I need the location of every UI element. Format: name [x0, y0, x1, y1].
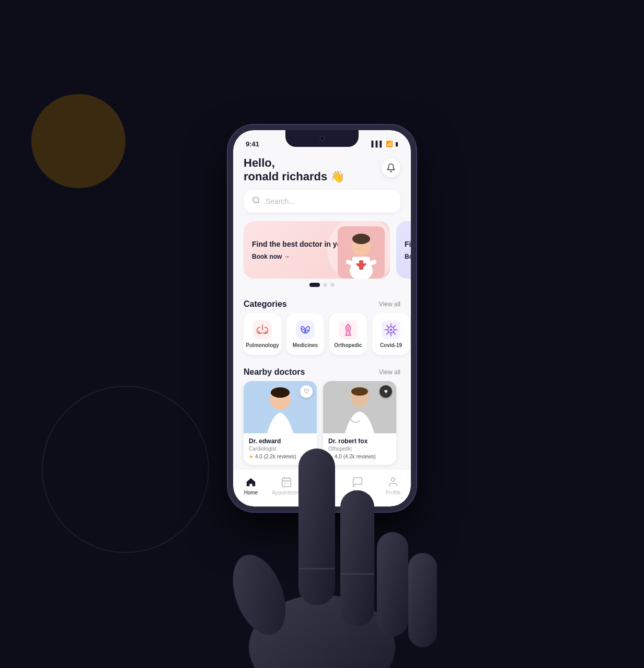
- bottom-nav: Home Appointment: [233, 469, 411, 506]
- doctors-scroll[interactable]: ♡ Dr. edward Cardiologist ★ 4.0 (2.2k re…: [233, 381, 411, 471]
- category-pulmonology[interactable]: Pulmonology: [244, 313, 281, 355]
- lungs-icon: [255, 323, 270, 337]
- nav-chat-label: Chat: [352, 490, 363, 496]
- nav-appointment-label: Appointment: [272, 490, 301, 496]
- phone-mockup: 9:41 ▌▌▌ 📶 ▮ Hello, ronald richards 👋: [228, 125, 416, 512]
- star-icon-2: ★: [328, 454, 333, 459]
- doctor-img-1: ♡: [244, 381, 317, 433]
- bg-circle-decoration: [31, 94, 125, 188]
- covid-icon: [384, 323, 398, 337]
- banner-doctor-image-1: [338, 226, 385, 279]
- svg-line-1: [258, 202, 259, 203]
- svg-point-36: [249, 595, 395, 668]
- doctor-info-1: Dr. edward Cardiologist ★ 4.0 (2.2k revi…: [244, 433, 317, 465]
- status-time: 9:41: [246, 140, 259, 148]
- dot-2: [323, 283, 327, 287]
- phone-frame: 9:41 ▌▌▌ 📶 ▮ Hello, ronald richards 👋: [228, 125, 416, 512]
- banner-card-2[interactable]: Find the best doctor in your vicinity Bo…: [396, 221, 411, 279]
- doctor-card-1[interactable]: ♡ Dr. edward Cardiologist ★ 4.0 (2.2k re…: [244, 381, 317, 465]
- svg-point-27: [351, 387, 368, 396]
- doctor-img-2: ♥: [323, 381, 396, 433]
- categories-grid: Pulmonology Medicines: [233, 313, 411, 361]
- chat-icon: [352, 476, 363, 488]
- bell-icon: [386, 163, 396, 172]
- dot-3: [330, 283, 335, 287]
- doctor-name-1: Dr. edward: [249, 437, 312, 445]
- nearby-doctors-header: Nearby doctors View all: [233, 361, 411, 381]
- signal-icon: ▌▌▌: [372, 141, 384, 147]
- orthopedic-label: Orthopedic: [334, 342, 362, 348]
- nav-favorite-label: Favorite: [313, 490, 331, 496]
- svg-point-24: [271, 387, 290, 398]
- categories-title: Categories: [244, 300, 287, 309]
- banner-card-1[interactable]: Find the best doctor in your vicinity Bo…: [244, 221, 390, 279]
- svg-line-20: [394, 326, 395, 327]
- categories-header: Categories View all: [233, 293, 411, 313]
- doctor-info-2: Dr. robert fox Othopedic ★ 4.0 (4.2k rev…: [323, 433, 396, 465]
- favorite-icon: [316, 476, 328, 488]
- medicines-icon-bg: [296, 320, 315, 339]
- battery-icon: ▮: [395, 141, 398, 147]
- svg-point-5: [352, 234, 370, 244]
- doctor-rating-2: ★ 4.0 (4.2k reviews): [328, 454, 391, 459]
- nav-chat[interactable]: Chat: [340, 476, 375, 496]
- greeting-username: ronald richards 👋: [244, 170, 344, 183]
- greeting-block: Hello, ronald richards 👋: [244, 156, 344, 183]
- banner-dots: [233, 283, 411, 287]
- nav-home-label: Home: [244, 490, 258, 496]
- nav-appointment[interactable]: Appointment: [269, 476, 304, 496]
- svg-point-35: [391, 478, 395, 481]
- profile-icon: [387, 476, 399, 488]
- star-icon-1: ★: [249, 454, 254, 459]
- doctor-card-2[interactable]: ♥ Dr. robert fox Othopedic ★ 4.0 (4.2k r…: [323, 381, 396, 465]
- category-medicines[interactable]: Medicines: [286, 313, 324, 355]
- bg-arc-decoration: [42, 386, 209, 553]
- covid-label: Covid-19: [380, 342, 402, 348]
- search-icon: [252, 196, 260, 206]
- medicines-label: Medicines: [293, 342, 318, 348]
- doctor-name-2: Dr. robert fox: [328, 437, 391, 445]
- doctor-specialty-1: Cardiologist: [249, 446, 312, 452]
- notification-button[interactable]: [382, 158, 400, 177]
- rating-value-1: 4.0 (2.2k reviews): [255, 454, 296, 459]
- dot-1: [309, 283, 320, 287]
- svg-line-19: [394, 332, 395, 334]
- banner-cta-2[interactable]: Book now →: [405, 253, 411, 260]
- nearby-doctors-view-all[interactable]: View all: [379, 368, 400, 376]
- orthopedic-icon-bg: [339, 320, 358, 339]
- search-bar[interactable]: Search...: [244, 190, 400, 213]
- orthopedic-icon: [341, 323, 355, 337]
- camera-dot: [319, 136, 325, 141]
- search-placeholder: Search...: [266, 197, 295, 205]
- rating-value-2: 4.0 (4.2k reviews): [335, 454, 376, 459]
- svg-rect-28: [282, 478, 291, 487]
- category-covid[interactable]: Covid-19: [372, 313, 410, 355]
- svg-point-0: [253, 197, 259, 203]
- doctor-specialty-2: Othopedic: [328, 446, 391, 452]
- svg-rect-41: [408, 553, 437, 647]
- greeting-line1: Hello,: [244, 156, 344, 170]
- search-container: Search...: [233, 190, 411, 221]
- nearby-doctors-title: Nearby doctors: [244, 367, 305, 377]
- wifi-icon: 📶: [386, 141, 393, 147]
- svg-line-21: [387, 332, 388, 334]
- banner-scroll[interactable]: Find the best doctor in your vicinity Bo…: [233, 221, 411, 279]
- medicine-icon: [298, 323, 313, 337]
- phone-screen: 9:41 ▌▌▌ 📶 ▮ Hello, ronald richards 👋: [233, 130, 411, 506]
- banner-text-2: Find the best doctor in your vicinity Bo…: [405, 239, 411, 260]
- pulmonology-label: Pulmonology: [246, 342, 279, 348]
- appointment-icon: [281, 476, 292, 488]
- nav-favorite[interactable]: Favorite: [304, 476, 340, 496]
- svg-point-13: [390, 329, 393, 331]
- category-orthopedic[interactable]: Orthopedic: [329, 313, 367, 355]
- covid-icon-bg: [382, 320, 400, 339]
- screen-scroll[interactable]: Hello, ronald richards 👋: [233, 130, 411, 506]
- svg-rect-40: [377, 532, 408, 637]
- doctor-svg-1: [338, 226, 385, 279]
- categories-view-all[interactable]: View all: [379, 301, 400, 308]
- nav-home[interactable]: Home: [233, 476, 269, 496]
- phone-notch: [285, 130, 359, 147]
- nav-profile[interactable]: Profile: [375, 476, 411, 496]
- home-icon: [245, 476, 257, 488]
- svg-point-38: [223, 547, 295, 642]
